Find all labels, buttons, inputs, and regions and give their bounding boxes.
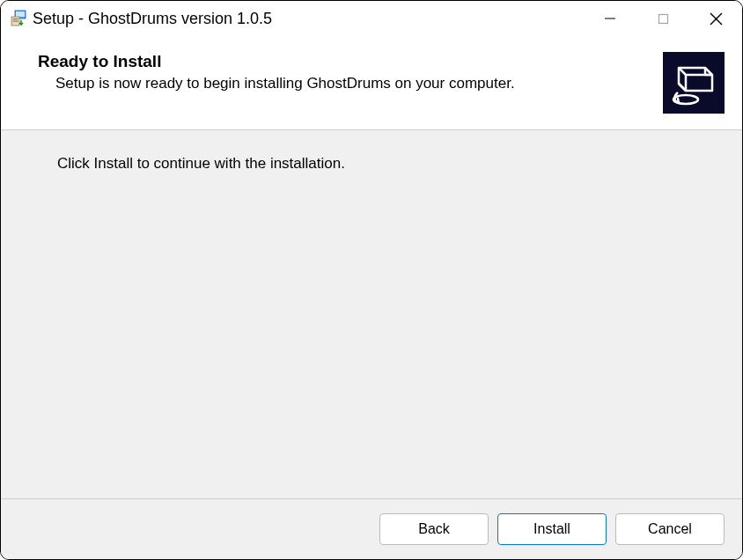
- installer-window: Setup - GhostDrums version 1.0.5: [0, 0, 743, 560]
- close-button[interactable]: [689, 1, 742, 36]
- content-area: Click Install to continue with the insta…: [1, 130, 742, 498]
- computer-install-icon: [663, 52, 725, 114]
- header-panel: Ready to Install Setup is now ready to b…: [1, 36, 742, 130]
- svg-rect-1: [16, 11, 25, 17]
- titlebar: Setup - GhostDrums version 1.0.5: [1, 1, 742, 36]
- back-button[interactable]: Back: [379, 513, 489, 545]
- install-button[interactable]: Install: [497, 513, 607, 545]
- instruction-text: Click Install to continue with the insta…: [57, 155, 725, 173]
- window-title: Setup - GhostDrums version 1.0.5: [33, 10, 584, 28]
- header-title: Ready to Install: [38, 52, 645, 71]
- svg-rect-3: [13, 18, 18, 19]
- header-text: Ready to Install Setup is now ready to b…: [38, 52, 645, 92]
- maximize-button: [636, 1, 689, 36]
- installer-icon: [10, 10, 27, 27]
- window-controls: [584, 1, 742, 36]
- footer: Back Install Cancel: [1, 498, 742, 559]
- header-subtitle: Setup is now ready to begin installing G…: [38, 75, 645, 92]
- svg-rect-6: [658, 14, 667, 23]
- cancel-button[interactable]: Cancel: [615, 513, 725, 545]
- minimize-button[interactable]: [584, 1, 636, 36]
- svg-rect-4: [13, 21, 18, 22]
